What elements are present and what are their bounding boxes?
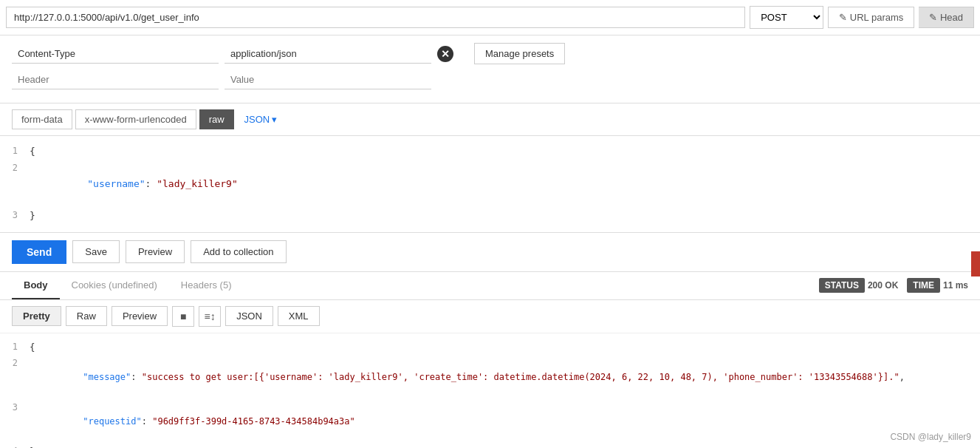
body-tabs: form-data x-www-form-urlencoded raw JSON…: [0, 103, 980, 136]
watermark: CSDN @lady_killer9: [890, 432, 971, 442]
send-button[interactable]: Send: [12, 240, 66, 264]
url-input[interactable]: [6, 7, 745, 28]
resp-line-2: 2 "message": "success to get user:[{'use…: [0, 356, 980, 400]
line-content-3: }: [30, 208, 980, 224]
header-row-2: [12, 70, 968, 89]
resp-content-1: {: [30, 340, 980, 355]
line-num-1: 1: [0, 144, 30, 158]
format-xml-button[interactable]: XML: [278, 306, 320, 326]
response-format-bar: Pretty Raw Preview ■ ≡↕ JSON XML: [0, 300, 980, 333]
code-editor: 1 { 2 "username": "lady_killer9" 3 }: [0, 136, 980, 233]
response-body: 1 { 2 "message": "success to get user:[{…: [0, 333, 980, 448]
format-pretty-button[interactable]: Pretty: [12, 306, 61, 326]
json-dropdown[interactable]: JSON ▾: [237, 110, 285, 129]
header-key-1[interactable]: [12, 44, 219, 64]
resp-line-3: 3 "requestid": "96d9ff3f-399d-4165-8743-…: [0, 400, 980, 444]
code-line-2: 2 "username": "lady_killer9": [0, 160, 980, 208]
method-select[interactable]: POST GET PUT DELETE PATCH: [750, 6, 823, 29]
headers-button[interactable]: ✎ Head: [919, 7, 974, 28]
format-icon[interactable]: ≡↕: [199, 306, 221, 327]
json-value-username: "lady_killer9": [157, 178, 238, 189]
dropdown-arrow-icon: ▾: [272, 114, 277, 125]
time-badge: TIME: [907, 278, 940, 293]
line-num-3: 3: [0, 208, 30, 223]
line-content-1: {: [30, 144, 980, 160]
header-row-1: ✕ Manage presets: [12, 43, 968, 64]
resp-key-message: "message": [83, 372, 131, 382]
add-to-collection-button[interactable]: Add to collection: [191, 240, 286, 263]
json-key-username: "username": [64, 178, 145, 189]
tab-raw[interactable]: raw: [199, 109, 234, 129]
tab-cookies[interactable]: Cookies (undefined): [60, 272, 169, 299]
resp-line-num-3: 3: [0, 401, 30, 415]
red-strip: [971, 251, 980, 276]
code-line-1: 1 {: [0, 143, 980, 160]
tab-response-headers[interactable]: Headers (5): [169, 272, 244, 299]
resp-content-3: "requestid": "96d9ff3f-399d-4165-8743-43…: [30, 401, 980, 444]
header-value-1[interactable]: [225, 44, 431, 64]
resp-line-4: 4 }: [0, 444, 980, 448]
resp-key-requestid: "requestid": [83, 416, 141, 427]
format-raw-button[interactable]: Raw: [66, 306, 107, 326]
code-line-3: 3 }: [0, 208, 980, 225]
response-tabs: Body Cookies (undefined) Headers (5) STA…: [0, 272, 980, 300]
tab-body[interactable]: Body: [12, 272, 60, 299]
line-content-2: "username": "lady_killer9": [30, 161, 980, 207]
header-key-2[interactable]: [12, 70, 219, 89]
copy-icon[interactable]: ■: [172, 306, 194, 327]
action-buttons-bar: Send Save Preview Add to collection: [0, 233, 980, 272]
preview-button[interactable]: Preview: [126, 240, 185, 263]
tab-form-data[interactable]: form-data: [12, 109, 72, 129]
status-value: 200 OK: [868, 280, 898, 291]
line-num-2: 2: [0, 161, 30, 175]
tab-urlencoded[interactable]: x-www-form-urlencoded: [75, 109, 196, 129]
manage-presets-button[interactable]: Manage presets: [474, 43, 565, 64]
resp-line-num-4: 4: [0, 444, 30, 448]
clear-header-button[interactable]: ✕: [437, 46, 453, 62]
status-badge: STATUS: [819, 278, 865, 293]
response-meta: STATUS 200 OK TIME 11 ms: [819, 278, 968, 293]
headers-section: ✕ Manage presets: [0, 35, 980, 103]
url-bar: POST GET PUT DELETE PATCH ✎ URL params ✎…: [0, 0, 980, 35]
resp-val-message: "success to get user:[{'username': 'lady…: [142, 372, 900, 382]
json-colon: :: [145, 178, 157, 189]
format-preview-button[interactable]: Preview: [112, 306, 168, 326]
resp-line-num-1: 1: [0, 340, 30, 354]
json-label: JSON: [244, 114, 270, 125]
resp-line-1: 1 {: [0, 339, 980, 356]
resp-line-num-2: 2: [0, 356, 30, 370]
format-json-button[interactable]: JSON: [225, 306, 273, 326]
url-params-button[interactable]: ✎ URL params: [828, 7, 914, 28]
resp-val-requestid: "96d9ff3f-399d-4165-8743-434584b94a3a": [152, 416, 355, 427]
resp-content-2: "message": "success to get user:[{'usern…: [30, 356, 980, 399]
save-button[interactable]: Save: [72, 240, 120, 263]
time-value: 11 ms: [943, 280, 968, 291]
resp-content-4: }: [30, 444, 980, 448]
header-value-2[interactable]: [225, 70, 431, 89]
